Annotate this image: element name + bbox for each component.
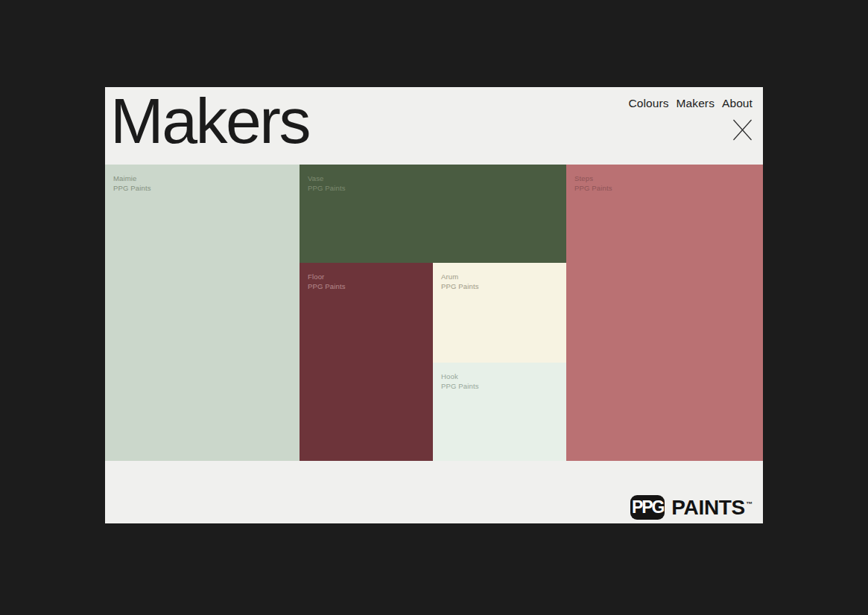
- trademark-symbol: ™: [746, 500, 753, 508]
- swatch-hook[interactable]: Hook PPG Paints: [433, 363, 566, 461]
- swatch-label: Floor PPG Paints: [308, 272, 346, 291]
- swatch-brand: PPG Paints: [574, 183, 612, 193]
- swatch-name: Arum: [441, 272, 479, 281]
- footer: PPG PAINTS ™: [105, 461, 763, 523]
- header-right: Colours Makers About: [628, 87, 763, 141]
- swatch-vase[interactable]: Vase PPG Paints: [300, 165, 566, 263]
- swatch-label: Arum PPG Paints: [441, 272, 479, 291]
- swatch-brand: PPG Paints: [308, 183, 346, 193]
- swatch-label: Steps PPG Paints: [574, 173, 612, 193]
- swatch-name: Floor: [308, 272, 346, 281]
- ppg-paints-logo: PPG PAINTS ™: [630, 495, 753, 520]
- nav-item-about[interactable]: About: [722, 97, 753, 110]
- swatch-grid: Maimie PPG Paints Vase PPG Paints Floor …: [105, 165, 763, 461]
- swatch-brand: PPG Paints: [308, 281, 346, 291]
- swatch-arum[interactable]: Arum PPG Paints: [433, 263, 566, 363]
- ppg-logo-icon: PPG: [630, 495, 665, 520]
- swatch-label: Vase PPG Paints: [308, 173, 346, 193]
- main-nav: Colours Makers About: [628, 97, 753, 110]
- close-button[interactable]: [732, 118, 753, 141]
- swatch-name: Maimie: [113, 173, 151, 183]
- header: Makers Colours Makers About: [105, 87, 763, 165]
- swatch-steps[interactable]: Steps PPG Paints: [566, 165, 763, 461]
- swatch-maimie[interactable]: Maimie PPG Paints: [105, 165, 300, 461]
- nav-item-colours[interactable]: Colours: [628, 97, 668, 110]
- nav-item-makers[interactable]: Makers: [677, 97, 715, 110]
- swatch-brand: PPG Paints: [441, 381, 479, 391]
- swatch-brand: PPG Paints: [113, 183, 151, 193]
- swatch-floor[interactable]: Floor PPG Paints: [300, 263, 433, 461]
- swatch-label: Maimie PPG Paints: [113, 173, 151, 193]
- swatch-name: Vase: [308, 173, 346, 183]
- swatch-name: Steps: [574, 173, 612, 183]
- paints-wordmark: PAINTS: [671, 497, 745, 518]
- swatch-label: Hook PPG Paints: [441, 372, 479, 391]
- page-title: Makers: [105, 87, 309, 153]
- page-background: Makers Colours Makers About Maimie: [0, 87, 868, 615]
- swatch-brand: PPG Paints: [441, 281, 479, 291]
- swatch-name: Hook: [441, 372, 479, 381]
- site-card: Makers Colours Makers About Maimie: [105, 87, 763, 523]
- close-icon: [732, 118, 753, 141]
